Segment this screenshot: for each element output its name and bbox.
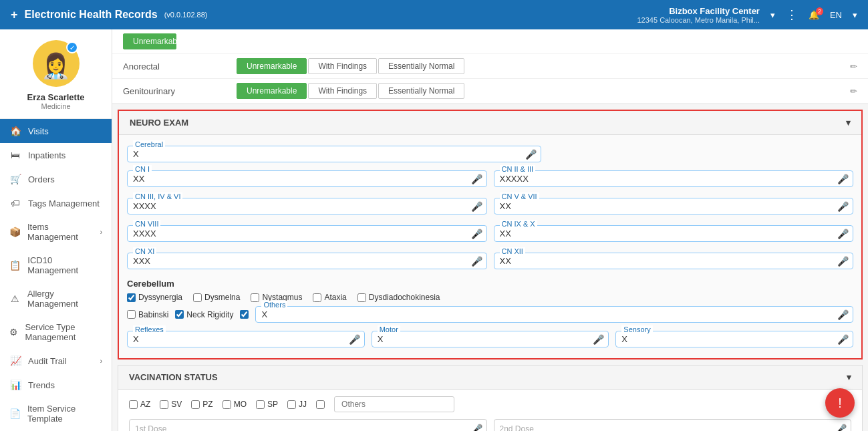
cn12-field: CN XII XX 🎤: [494, 253, 854, 269]
cn2-3-value[interactable]: XXXXX: [500, 174, 529, 184]
menu-icon[interactable]: ⋮: [786, 7, 798, 22]
reflexes-label: Reflexes: [133, 325, 166, 333]
dose2-placeholder[interactable]: 2nd Dose: [500, 424, 534, 431]
vax-other-checkbox[interactable]: [316, 400, 325, 409]
sidebar-item-trends[interactable]: 📊 Trends: [0, 373, 112, 397]
cerebral-mic-icon[interactable]: 🎤: [525, 149, 537, 160]
anorectal-essentially-btn[interactable]: Essentially Normal: [378, 58, 464, 74]
babinski-checkbox[interactable]: Babinski: [127, 310, 168, 319]
vax-mo-checkbox[interactable]: MO: [223, 400, 247, 409]
anorectal-unremarkable-btn[interactable]: Unremarkable: [237, 58, 307, 74]
cerebral-label: Cerebral: [133, 140, 165, 148]
cn9-10-mic-icon[interactable]: 🎤: [837, 229, 849, 239]
genitourinary-essentially-btn[interactable]: Essentially Normal: [378, 83, 464, 99]
ataxia-input[interactable]: [313, 293, 321, 302]
ataxia-checkbox[interactable]: Ataxia: [313, 293, 346, 302]
cerebral-value[interactable]: X: [133, 149, 139, 159]
cn1-mic-icon[interactable]: 🎤: [471, 174, 482, 184]
sidebar-item-orders[interactable]: 🛒 Orders: [0, 167, 112, 191]
genitourinary-unremarkable-btn[interactable]: Unremarkable: [237, 83, 307, 99]
genitourinary-withfindings-btn[interactable]: With Findings: [308, 83, 377, 99]
others-mic-icon[interactable]: 🎤: [837, 309, 849, 320]
cn8-mic-icon[interactable]: 🎤: [471, 229, 482, 239]
cn5-7-value[interactable]: XX: [500, 201, 511, 211]
dysmelna-input[interactable]: [193, 293, 202, 302]
top-unremarkable-btn[interactable]: Unremarkable: [123, 33, 176, 49]
dyssynergia-input[interactable]: [127, 293, 136, 302]
vax-jj-checkbox[interactable]: JJ: [287, 400, 307, 409]
cn12-mic-icon[interactable]: 🎤: [837, 256, 849, 267]
reflexes-value[interactable]: X: [133, 334, 139, 344]
neuro-collapse-icon[interactable]: ▾: [846, 118, 851, 128]
babinski-input[interactable]: [127, 310, 136, 319]
motor-mic-icon[interactable]: 🎤: [593, 334, 604, 345]
vaccination-collapse-icon[interactable]: ▾: [847, 372, 851, 382]
others-input[interactable]: [240, 310, 249, 319]
vax-az-input[interactable]: [129, 400, 138, 409]
sidebar-item-item-service-template[interactable]: 📄 Item Service Template: [0, 397, 112, 430]
nystagmus-input[interactable]: [251, 293, 259, 302]
fab-button[interactable]: !: [825, 388, 855, 418]
app-logo-icon: +: [11, 8, 18, 22]
vaccination-section: VACINATION STATUS ▾ AZ SV PZ: [118, 365, 863, 431]
vax-checkboxes-row: AZ SV PZ MO: [129, 396, 851, 412]
sidebar-item-tags-management[interactable]: 🏷 Tags Management: [0, 191, 112, 215]
sidebar-item-inpatients[interactable]: 🛏 Inpatients: [0, 143, 112, 167]
dose1-placeholder[interactable]: 1st Dose: [135, 424, 166, 431]
sidebar-item-icd10[interactable]: 📋 ICD10 Management: [0, 249, 112, 282]
anorectal-withfindings-btn[interactable]: With Findings: [308, 58, 377, 74]
reflexes-mic-icon[interactable]: 🎤: [349, 334, 360, 345]
vaccination-header[interactable]: VACINATION STATUS ▾: [118, 365, 863, 390]
cn2-3-label: CN II & III: [500, 165, 536, 173]
cn3-4-6-mic-icon[interactable]: 🎤: [471, 201, 482, 212]
neck-rigidity-checkbox[interactable]: Neck Rigidity: [175, 310, 233, 319]
vax-mo-input[interactable]: [223, 400, 231, 409]
cn5-7-mic-icon[interactable]: 🎤: [837, 201, 849, 212]
vax-others-input[interactable]: [334, 396, 454, 412]
dysdiadochokinesia-checkbox[interactable]: Dysdiadochokinesia: [357, 293, 440, 302]
cn12-value[interactable]: XX: [500, 256, 511, 266]
sidebar-item-items-management[interactable]: 📦 Items Management ›: [0, 215, 112, 249]
anorectal-edit-icon[interactable]: ✏: [850, 61, 857, 71]
others-checkbox[interactable]: [240, 310, 249, 319]
dyssynergia-checkbox[interactable]: Dyssynergia: [127, 293, 182, 302]
cn8-value[interactable]: XXXX: [133, 229, 156, 239]
dysmelna-checkbox[interactable]: Dysmelna: [193, 293, 240, 302]
neck-rigidity-input[interactable]: [175, 310, 184, 319]
chevron-down-icon[interactable]: ▾: [770, 10, 775, 20]
language-selector[interactable]: EN: [830, 10, 842, 20]
vax-other-input[interactable]: [316, 400, 325, 409]
vax-sp-checkbox[interactable]: SP: [256, 400, 278, 409]
sensory-value[interactable]: X: [621, 334, 627, 344]
dysdiadochokinesia-input[interactable]: [357, 293, 366, 302]
sensory-mic-icon[interactable]: 🎤: [837, 334, 849, 345]
vax-pz-input[interactable]: [191, 400, 200, 409]
cn2-3-mic-icon[interactable]: 🎤: [837, 174, 849, 184]
motor-value[interactable]: X: [378, 334, 384, 344]
sidebar-item-visits[interactable]: 🏠 Visits: [0, 119, 112, 143]
genitourinary-edit-icon[interactable]: ✏: [850, 86, 857, 96]
cn11-value[interactable]: XXX: [133, 256, 150, 266]
cn11-mic-icon[interactable]: 🎤: [471, 256, 482, 267]
cn1-value[interactable]: XX: [133, 174, 144, 184]
neuro-exam-header[interactable]: NEURO EXAM ▾: [119, 111, 861, 135]
vax-pz-checkbox[interactable]: PZ: [191, 400, 212, 409]
cn9-10-value[interactable]: XX: [500, 229, 511, 239]
lang-chevron-icon[interactable]: ▾: [853, 10, 857, 20]
audit-icon: 📈: [9, 355, 21, 366]
sidebar-item-label: Allergy Management: [27, 289, 102, 309]
sidebar-item-service-type[interactable]: ⚙ Service Type Management: [0, 315, 112, 349]
vax-sp-input[interactable]: [256, 400, 265, 409]
sidebar-item-audit-trail[interactable]: 📈 Audit Trail ›: [0, 349, 112, 373]
sidebar-item-allergy[interactable]: ⚠ Allergy Management: [0, 282, 112, 315]
vax-sv-input[interactable]: [160, 400, 168, 409]
vax-sv-checkbox[interactable]: SV: [160, 400, 182, 409]
dose1-mic-icon[interactable]: 🎤: [471, 424, 482, 432]
cn3-4-6-value[interactable]: XXXX: [133, 201, 156, 211]
vax-jj-input[interactable]: [287, 400, 296, 409]
cn8-label: CN VIII: [133, 220, 160, 228]
notification-icon[interactable]: 🔔2: [809, 10, 819, 20]
dose2-mic-icon[interactable]: 🎤: [835, 424, 847, 432]
vax-az-checkbox[interactable]: AZ: [129, 400, 150, 409]
others-value[interactable]: X: [261, 309, 267, 319]
